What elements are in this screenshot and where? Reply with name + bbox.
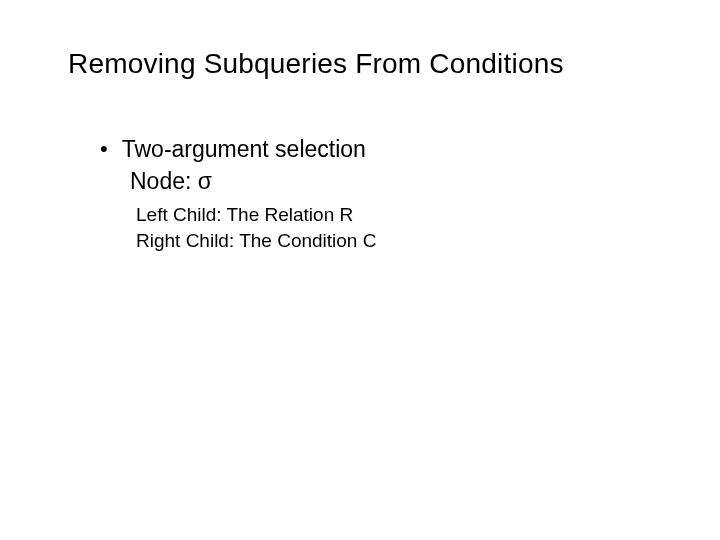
slide-title: Removing Subqueries From Conditions (68, 48, 652, 80)
bullet-item: • Two-argument selection (100, 134, 652, 164)
slide-container: Removing Subqueries From Conditions • Tw… (0, 0, 720, 540)
node-line: Node: σ (130, 166, 652, 196)
bullet-marker: • (100, 134, 108, 164)
left-child-line: Left Child: The Relation R (136, 202, 652, 228)
right-child-line: Right Child: The Condition C (136, 228, 652, 254)
bullet-text: Two-argument selection (122, 134, 366, 164)
